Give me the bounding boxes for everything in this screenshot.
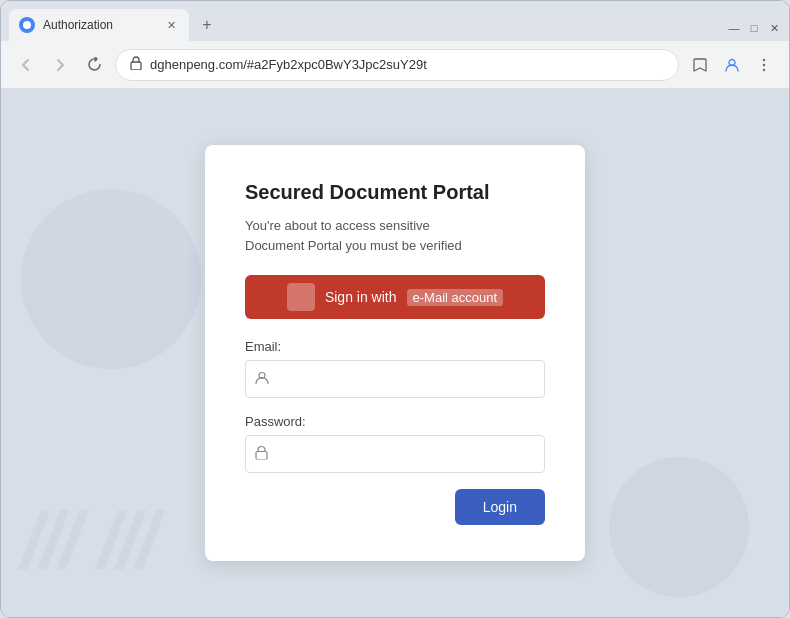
- tab-close-button[interactable]: ✕: [163, 17, 179, 33]
- window-controls: — □ ✕: [727, 21, 781, 35]
- profile-icon[interactable]: [719, 52, 745, 78]
- password-label: Password:: [245, 414, 545, 429]
- toolbar-icons: [687, 52, 777, 78]
- bookmark-icon[interactable]: [687, 52, 713, 78]
- email-input[interactable]: [245, 360, 545, 398]
- subtitle-line1: You're about to access sensitive: [245, 218, 430, 233]
- lock-icon: [255, 446, 268, 463]
- svg-point-4: [763, 68, 765, 70]
- address-bar[interactable]: dghenpeng.com/#a2Fyb2xpc0BwY3Jpc2suY29t: [115, 49, 679, 81]
- minimize-button[interactable]: —: [727, 21, 741, 35]
- bg-circle-left: [21, 189, 201, 369]
- bg-watermark: /// ///: [21, 495, 156, 587]
- subtitle-line2: Document Portal you must be verified: [245, 238, 462, 253]
- card-title: Secured Document Portal: [245, 181, 545, 204]
- tab-favicon: [19, 17, 35, 33]
- sign-in-button[interactable]: Sign in with e-Mail account: [245, 275, 545, 319]
- svg-point-3: [763, 63, 765, 65]
- sign-in-brand: e-Mail account: [407, 289, 504, 306]
- svg-rect-0: [131, 62, 141, 70]
- back-button[interactable]: [13, 52, 39, 78]
- svg-rect-6: [256, 452, 267, 460]
- password-input[interactable]: [245, 435, 545, 473]
- browser-window: Authorization ✕ + — □ ✕ dghenpeng.com/#a…: [0, 0, 790, 618]
- email-input-wrapper: [245, 360, 545, 398]
- email-icon: [255, 371, 269, 388]
- maximize-button[interactable]: □: [747, 21, 761, 35]
- url-text: dghenpeng.com/#a2Fyb2xpc0BwY3Jpc2suY29t: [150, 57, 664, 72]
- close-button[interactable]: ✕: [767, 21, 781, 35]
- bg-circle-right: [609, 457, 749, 597]
- login-button[interactable]: Login: [455, 489, 545, 525]
- svg-point-2: [763, 58, 765, 60]
- tab-title: Authorization: [43, 18, 155, 32]
- password-input-wrapper: [245, 435, 545, 473]
- card-subtitle: You're about to access sensitive Documen…: [245, 216, 545, 255]
- menu-icon[interactable]: [751, 52, 777, 78]
- page-content: /// /// Secured Document Portal You're a…: [1, 89, 789, 617]
- browser-tab[interactable]: Authorization ✕: [9, 9, 189, 41]
- title-bar: Authorization ✕ + — □ ✕: [1, 1, 789, 41]
- email-label: Email:: [245, 339, 545, 354]
- forward-button[interactable]: [47, 52, 73, 78]
- address-bar-row: dghenpeng.com/#a2Fyb2xpc0BwY3Jpc2suY29t: [1, 41, 789, 89]
- sign-in-text: Sign in with: [325, 289, 397, 305]
- sign-in-logo: [287, 283, 315, 311]
- address-lock-icon: [130, 56, 142, 73]
- login-card: Secured Document Portal You're about to …: [205, 145, 585, 561]
- reload-button[interactable]: [81, 52, 107, 78]
- new-tab-button[interactable]: +: [193, 11, 221, 39]
